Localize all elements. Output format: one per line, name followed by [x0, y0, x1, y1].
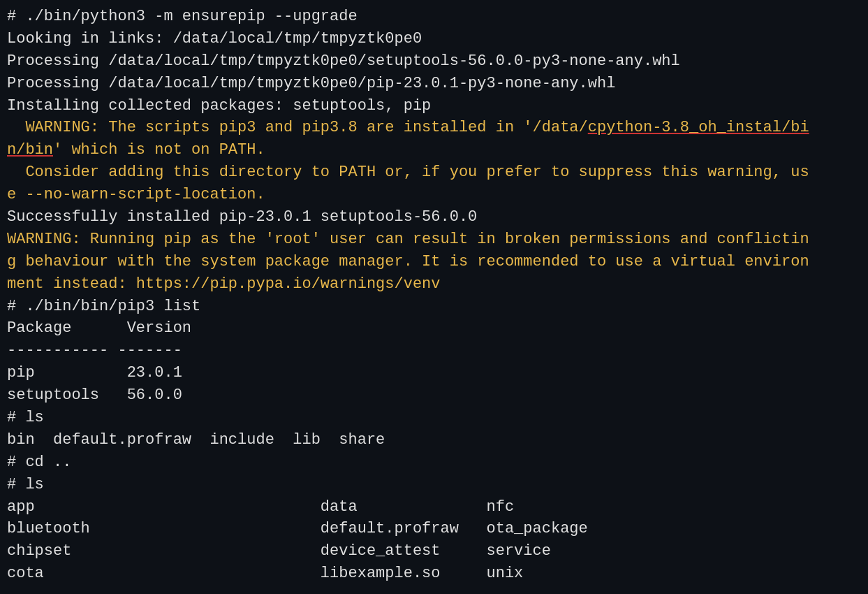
terminal-line: # ls — [7, 407, 861, 429]
terminal-line: Package Version — [7, 317, 861, 340]
terminal: # ./bin/python3 -m ensurepip --upgrade L… — [7, 6, 861, 588]
terminal-line: cpython-3.8_oh_instal local updater — [7, 585, 861, 588]
terminal-line: setuptools 56.0.0 — [7, 384, 861, 407]
terminal-line: # ./bin/python3 -m ensurepip --upgrade — [7, 6, 861, 28]
terminal-line: # ls — [7, 474, 861, 496]
terminal-line: pip 23.0.1 — [7, 362, 861, 384]
terminal-line: ----------- ------- — [7, 340, 861, 362]
terminal-line: bluetooth default.profraw ota_package — [7, 518, 861, 540]
terminal-line: bin default.profraw include lib share — [7, 429, 861, 451]
terminal-line: # ./bin/bin/pip3 list — [7, 296, 861, 318]
terminal-line: Successfully installed pip-23.0.1 setupt… — [7, 206, 861, 229]
terminal-line: # cd .. — [7, 451, 861, 474]
terminal-line: WARNING: The scripts pip3 and pip3.8 are… — [7, 117, 861, 161]
terminal-line: cota libexample.so unix — [7, 563, 861, 585]
terminal-line: Consider adding this directory to PATH o… — [7, 161, 861, 206]
terminal-line: WARNING: Running pip as the 'root' user … — [7, 229, 861, 296]
terminal-line: Installing collected packages: setuptool… — [7, 95, 861, 117]
terminal-line: Processing /data/local/tmp/tmpyztk0pe0/p… — [7, 73, 861, 95]
terminal-line: chipset device_attest service — [7, 540, 861, 563]
terminal-line: app data nfc — [7, 496, 861, 519]
terminal-line: Looking in links: /data/local/tmp/tmpyzt… — [7, 28, 861, 50]
terminal-line: Processing /data/local/tmp/tmpyztk0pe0/s… — [7, 50, 861, 73]
